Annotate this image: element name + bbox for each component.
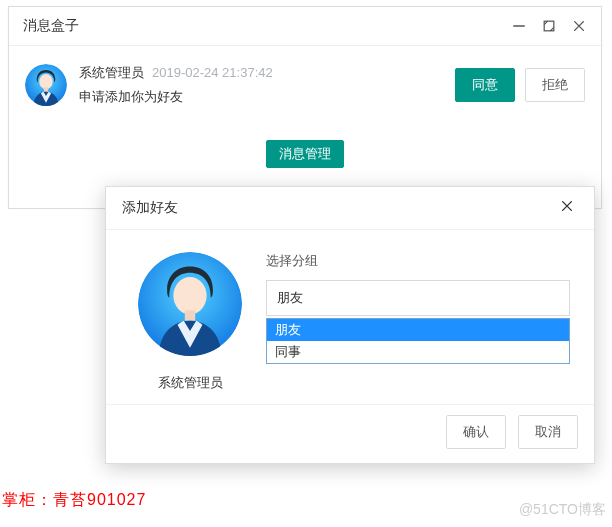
group-dropdown: 朋友 同事 (266, 318, 570, 364)
message-box-window: 消息盒子 系统管理员 2019-02-24 21:37:42 申请添加你为好友 … (8, 6, 602, 209)
group-select[interactable]: 朋友 (266, 280, 570, 316)
sender-name: 系统管理员 (79, 64, 144, 82)
friend-request-row: 系统管理员 2019-02-24 21:37:42 申请添加你为好友 同意 拒绝 (9, 46, 601, 116)
message-text: 系统管理员 2019-02-24 21:37:42 申请添加你为好友 (79, 64, 455, 106)
close-dialog-icon[interactable] (560, 199, 578, 217)
close-window-icon[interactable] (571, 18, 587, 34)
cancel-button[interactable]: 取消 (518, 415, 578, 449)
add-friend-dialog: 添加好友 系统管理员 选择分组 朋友 朋友 同事 确认 取消 (105, 186, 595, 464)
watermark-left: 掌柜：青苔901027 (2, 490, 146, 511)
dialog-footer: 确认 取消 (106, 404, 594, 463)
watermark-right: @51CTO博客 (519, 501, 606, 519)
group-option-friends[interactable]: 朋友 (267, 319, 569, 341)
maximize-icon[interactable] (541, 18, 557, 34)
confirm-button[interactable]: 确认 (446, 415, 506, 449)
minimize-icon[interactable] (511, 18, 527, 34)
form-column: 选择分组 朋友 朋友 同事 (266, 252, 570, 392)
message-body: 申请添加你为好友 (79, 88, 455, 106)
dialog-body: 系统管理员 选择分组 朋友 朋友 同事 (106, 230, 594, 404)
user-name: 系统管理员 (138, 374, 242, 392)
user-column: 系统管理员 (138, 252, 242, 392)
window-title: 消息盒子 (23, 17, 79, 35)
dialog-titlebar: 添加好友 (106, 187, 594, 230)
accept-button[interactable]: 同意 (455, 68, 515, 102)
titlebar: 消息盒子 (9, 7, 601, 46)
decline-button[interactable]: 拒绝 (525, 68, 585, 102)
dialog-title: 添加好友 (122, 199, 178, 217)
window-controls (511, 18, 587, 34)
group-option-colleagues[interactable]: 同事 (267, 341, 569, 363)
message-timestamp: 2019-02-24 21:37:42 (152, 65, 273, 80)
group-label: 选择分组 (266, 252, 570, 270)
message-manage-button[interactable]: 消息管理 (266, 140, 344, 168)
sender-avatar (25, 64, 67, 106)
user-avatar (138, 252, 242, 356)
message-actions: 同意 拒绝 (455, 68, 585, 102)
